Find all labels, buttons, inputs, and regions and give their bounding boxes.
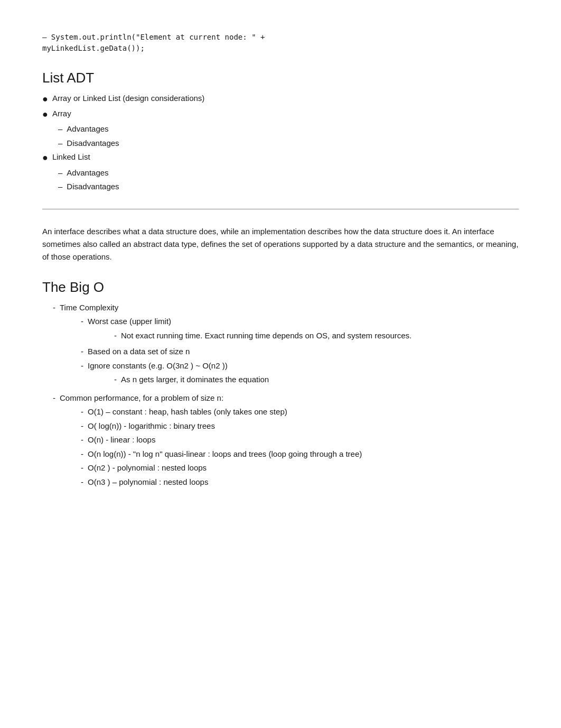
data-set-label: Based on a data set of size n (88, 346, 190, 358)
dash-marker: - (81, 476, 83, 489)
dash-marker: - (114, 374, 117, 386)
time-complexity-label: Time Complexity (60, 303, 118, 312)
code-line-2: myLinkedList.geData()); (42, 43, 519, 54)
sub-list-item-text: Disadvantages (67, 181, 119, 193)
big-o-item-level2: - Worst case (upper limit) - Not exact r… (60, 316, 412, 344)
big-o-performance-item: - O(n log(n)) - "n log n" quasi-linear :… (60, 448, 362, 460)
big-o-title: The Big O (42, 279, 519, 296)
dash-marker: - (81, 406, 83, 418)
on-text: O(n) - linear : loops (88, 434, 155, 446)
on2-text: O(n2 ) - polynomial : nested loops (88, 462, 207, 474)
big-o-performance-item: - O(n) - linear : loops (60, 434, 362, 446)
big-o-item-level1: - Time Complexity - Worst case (upper li… (42, 302, 519, 390)
dash-marker: - (81, 420, 83, 432)
code-block: – System.out.println("Element at current… (42, 32, 519, 54)
sub-list-item: – Disadvantages (42, 181, 519, 193)
dash-marker: - (114, 330, 117, 342)
section-divider (42, 209, 519, 209)
not-exact-text: Not exact running time. Exact running ti… (121, 330, 412, 342)
sub-list-item-text: Advantages (67, 123, 108, 135)
list-item: ● Linked List (42, 151, 519, 164)
list-item-text: Linked List (52, 151, 90, 163)
list-item: ● Array or Linked List (design considera… (42, 93, 519, 106)
on3-text: O(n3 ) – polynomial : nested loops (88, 476, 208, 489)
description-paragraph: An interface describes what a data struc… (42, 225, 519, 263)
list-item-text: Array (52, 108, 71, 120)
big-o-performance-item: - O(n3 ) – polynomial : nested loops (60, 476, 362, 489)
big-o-item-level3: - As n gets larger, it dominates the equ… (88, 374, 269, 386)
dash-marker: - (81, 434, 83, 446)
dash-marker: – (58, 181, 62, 193)
big-o-item-level3: - Not exact running time. Exact running … (88, 330, 412, 342)
list-adt-title: List ADT (42, 70, 519, 86)
dash-marker: – (58, 123, 62, 135)
dash-marker: – (58, 167, 62, 179)
list-item: ● Array (42, 108, 519, 121)
as-n-grows-text: As n gets larger, it dominates the equat… (121, 374, 269, 386)
dash-marker: - (81, 360, 83, 372)
sub-list-item-text: Advantages (67, 167, 108, 179)
bullet-dot: ● (42, 108, 48, 121)
dash-marker: - (81, 316, 83, 328)
sub-list-item: – Advantages (42, 167, 519, 179)
big-o-performance-item: - O(n2 ) - polynomial : nested loops (60, 462, 362, 474)
code-line-1: – System.out.println("Element at current… (42, 32, 519, 43)
dash-marker: - (81, 448, 83, 460)
ologn-text: O( log(n)) - logarithmic : binary trees (88, 420, 215, 432)
big-o-performance-item: - O(1) – constant : heap, hash tables (o… (60, 406, 362, 418)
big-o-section: The Big O - Time Complexity - Worst case… (42, 279, 519, 491)
big-o-item-level2: - Based on a data set of size n (60, 346, 412, 358)
ignore-constants-label: Ignore constants (e.g. O(3n2 ) ~ O(n2 )) (88, 361, 228, 370)
dash-marker: - (53, 302, 55, 314)
dash-marker: - (53, 392, 55, 404)
sub-list-item: – Advantages (42, 123, 519, 135)
bullet-dot: ● (42, 151, 48, 164)
dash-marker: - (81, 346, 83, 358)
sub-list-item: – Disadvantages (42, 137, 519, 150)
dash-marker: - (81, 462, 83, 474)
big-o-item-level2: - Ignore constants (e.g. O(3n2 ) ~ O(n2 … (60, 360, 412, 388)
onlogn-text: O(n log(n)) - "n log n" quasi-linear : l… (88, 448, 362, 460)
big-o-item-level1: - Common performance, for a problem of s… (42, 392, 519, 491)
dash-marker: – (58, 137, 62, 150)
o1-text: O(1) – constant : heap, hash tables (onl… (88, 406, 287, 418)
big-o-performance-item: - O( log(n)) - logarithmic : binary tree… (60, 420, 362, 432)
list-item-text: Array or Linked List (design considerati… (52, 93, 204, 105)
list-adt-section: List ADT ● Array or Linked List (design … (42, 70, 519, 193)
sub-list-item-text: Disadvantages (67, 137, 119, 150)
bullet-dot: ● (42, 93, 48, 106)
worst-case-label: Worst case (upper limit) (88, 317, 171, 326)
common-performance-label: Common performance, for a problem of siz… (60, 393, 223, 402)
